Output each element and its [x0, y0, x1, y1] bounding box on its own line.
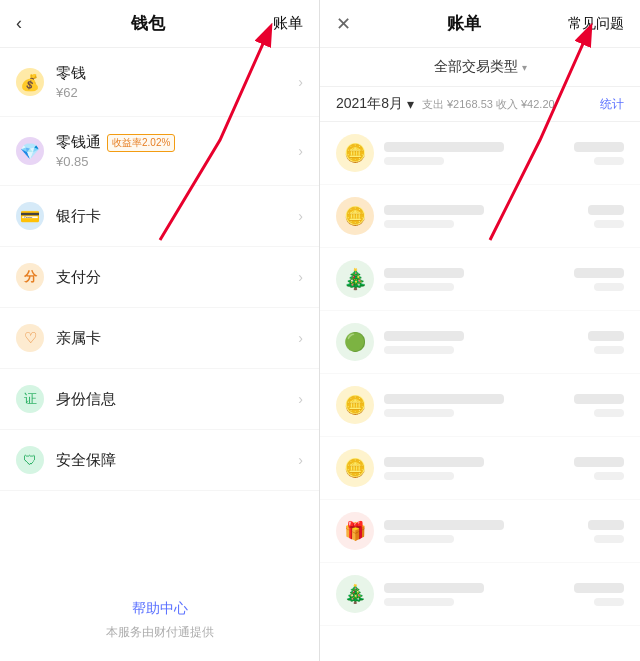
lingqiantong-sub: ¥0.85 — [56, 154, 298, 169]
menu-item-zhifufen[interactable]: 分 支付分 › — [0, 247, 319, 308]
back-button[interactable]: ‹ — [16, 13, 22, 34]
month-stats: 支出 ¥2168.53 收入 ¥42.20 — [422, 97, 600, 112]
tx-amount-3 — [588, 331, 624, 354]
tx-sub-0 — [384, 157, 444, 165]
anquan-title: 安全保障 — [56, 451, 298, 470]
menu-item-lingqian[interactable]: 💰 零钱 ¥62 › — [0, 48, 319, 117]
shenfen-arrow: › — [298, 391, 303, 407]
tx-sub-7 — [384, 598, 454, 606]
table-row[interactable]: 🪙 — [320, 122, 640, 185]
table-row[interactable]: 🎄 — [320, 563, 640, 626]
tx-title-1 — [384, 205, 484, 215]
filter-bar: 全部交易类型 ▾ — [320, 48, 640, 87]
anquan-arrow: › — [298, 452, 303, 468]
filter-chevron: ▾ — [522, 62, 527, 73]
menu-item-lingqiantong[interactable]: 💎 零钱通 收益率2.02% ¥0.85 › — [0, 117, 319, 186]
tx-title-0 — [384, 142, 504, 152]
account-button[interactable]: 账单 — [273, 14, 303, 33]
shenfen-title: 身份信息 — [56, 390, 298, 409]
tx-amount-2 — [574, 268, 624, 291]
tx-amount-0 — [574, 142, 624, 165]
menu-item-anquan[interactable]: 🛡 安全保障 › — [0, 430, 319, 491]
qinshu-content: 亲属卡 — [56, 329, 298, 348]
tx-content-6 — [384, 520, 588, 543]
tx-content-0 — [384, 142, 574, 165]
lingqiantong-badge: 收益率2.02% — [107, 134, 175, 152]
zhifufen-icon: 分 — [16, 263, 44, 291]
lingqian-title: 零钱 — [56, 64, 298, 83]
tx-content-5 — [384, 457, 574, 480]
tx-amount-5 — [574, 457, 624, 480]
menu-item-qinshu[interactable]: ♡ 亲属卡 › — [0, 308, 319, 369]
table-row[interactable]: 🎁 — [320, 500, 640, 563]
shenfen-icon: 证 — [16, 385, 44, 413]
close-button[interactable]: ✕ — [336, 13, 360, 35]
month-label: 2021年8月 — [336, 95, 403, 113]
right-title: 账单 — [447, 12, 481, 35]
yinhangka-arrow: › — [298, 208, 303, 224]
lingqiantong-content: 零钱通 收益率2.02% ¥0.85 — [56, 133, 298, 169]
zhifufen-arrow: › — [298, 269, 303, 285]
lingqian-sub: ¥62 — [56, 85, 298, 100]
tx-icon-3: 🟢 — [336, 323, 374, 361]
tx-icon-2: 🎄 — [336, 260, 374, 298]
tx-icon-6: 🎁 — [336, 512, 374, 550]
left-header: ‹ 钱包 账单 — [0, 0, 319, 48]
zhifufen-title: 支付分 — [56, 268, 298, 287]
tx-title-5 — [384, 457, 484, 467]
shenfen-content: 身份信息 — [56, 390, 298, 409]
tx-icon-7: 🎄 — [336, 575, 374, 613]
filter-label: 全部交易类型 — [434, 58, 518, 76]
filter-button[interactable]: 全部交易类型 ▾ — [434, 58, 527, 76]
menu-item-yinhangka[interactable]: 💳 银行卡 › — [0, 186, 319, 247]
lingqiantong-icon: 💎 — [16, 137, 44, 165]
tx-amount-4 — [574, 394, 624, 417]
tx-title-6 — [384, 520, 504, 530]
tx-sub-6 — [384, 535, 454, 543]
right-panel: ✕ 账单 常见问题 全部交易类型 ▾ 2021年8月 ▾ 支出 ¥2168.53… — [320, 0, 640, 661]
table-row[interactable]: 🪙 — [320, 437, 640, 500]
tx-amount-1 — [588, 205, 624, 228]
tx-content-2 — [384, 268, 574, 291]
tx-icon-5: 🪙 — [336, 449, 374, 487]
tx-content-1 — [384, 205, 588, 228]
tx-content-4 — [384, 394, 574, 417]
tx-sub-2 — [384, 283, 454, 291]
tx-amount-6 — [588, 520, 624, 543]
tx-title-7 — [384, 583, 484, 593]
table-row[interactable]: 🟢 — [320, 311, 640, 374]
yinhangka-content: 银行卡 — [56, 207, 298, 226]
lingqiantong-arrow: › — [298, 143, 303, 159]
lingqian-arrow: › — [298, 74, 303, 90]
footer-note: 本服务由财付通提供 — [16, 624, 303, 641]
left-title: 钱包 — [131, 12, 165, 35]
tx-title-2 — [384, 268, 464, 278]
left-footer: 帮助中心 本服务由财付通提供 — [0, 570, 319, 661]
tx-amount-7 — [574, 583, 624, 606]
tx-title-4 — [384, 394, 504, 404]
lingqian-content: 零钱 ¥62 — [56, 64, 298, 100]
help-link[interactable]: 帮助中心 — [16, 600, 303, 618]
lingqiantong-title: 零钱通 收益率2.02% — [56, 133, 298, 152]
anquan-icon: 🛡 — [16, 446, 44, 474]
transaction-list: 🪙 🪙 🎄 — [320, 122, 640, 661]
qinshu-icon: ♡ — [16, 324, 44, 352]
menu-item-shenfen[interactable]: 证 身份信息 › — [0, 369, 319, 430]
tx-icon-0: 🪙 — [336, 134, 374, 172]
stats-link[interactable]: 统计 — [600, 96, 624, 113]
lingqian-icon: 💰 — [16, 68, 44, 96]
zhifufen-content: 支付分 — [56, 268, 298, 287]
month-selector[interactable]: 2021年8月 ▾ — [336, 95, 414, 113]
tx-sub-4 — [384, 409, 454, 417]
tx-sub-3 — [384, 346, 454, 354]
tx-content-3 — [384, 331, 588, 354]
menu-list: 💰 零钱 ¥62 › 💎 零钱通 收益率2.02% ¥0.85 › — [0, 48, 319, 570]
table-row[interactable]: 🎄 — [320, 248, 640, 311]
table-row[interactable]: 🪙 — [320, 374, 640, 437]
table-row[interactable]: 🪙 — [320, 185, 640, 248]
month-chevron: ▾ — [407, 96, 414, 112]
anquan-content: 安全保障 — [56, 451, 298, 470]
month-bar: 2021年8月 ▾ 支出 ¥2168.53 收入 ¥42.20 统计 — [320, 87, 640, 122]
left-panel: ‹ 钱包 账单 💰 零钱 ¥62 › 💎 零钱通 收益率2.02% ¥ — [0, 0, 320, 661]
faq-button[interactable]: 常见问题 — [568, 15, 624, 33]
